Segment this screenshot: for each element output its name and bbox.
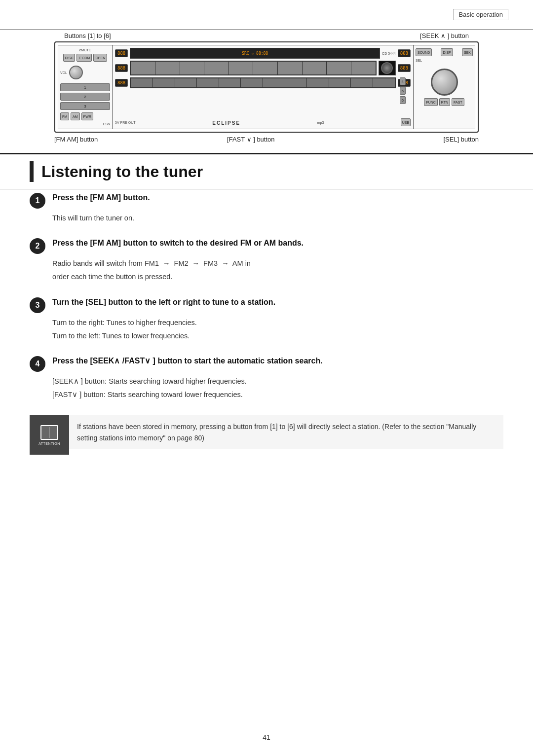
step-4-header: 4 Press the [SEEK∧ /FAST∨ ] button to st… xyxy=(30,356,503,372)
step-1-title: Press the [FM AM] button. xyxy=(52,192,150,203)
step-2-number: 2 xyxy=(30,238,45,254)
header-bar: Basic operation xyxy=(0,0,533,30)
seg-disp-4: 888 xyxy=(398,64,411,72)
seg-disp-2: 888 xyxy=(398,49,411,57)
device-right-panel: SOUND DISP SEK SEL FUNC RTN FAST xyxy=(413,45,475,129)
cd-spinner xyxy=(379,61,396,75)
disc-btn: DISC xyxy=(63,54,76,62)
seg-disp-3: 888 xyxy=(115,64,128,72)
device-center-panel: 888 SRC ☆ 88:88 CD 5444 888 888 xyxy=(113,45,413,129)
section-accent-bar xyxy=(30,161,34,182)
diagram-wrapper: Buttons [1] to [6] [SEEK ∧ ] button cMUT… xyxy=(54,32,479,143)
rtn-btn: RTN xyxy=(439,98,450,106)
step-2-title: Press the [FM AM] button to switch to th… xyxy=(52,238,304,249)
step-4-title: Press the [SEEK∧ /FAST∨ ] button to star… xyxy=(52,356,323,366)
pwr-btn: PWR xyxy=(81,112,93,120)
step-1-header: 1 Press the [FM AM] button. xyxy=(30,192,503,209)
ecom-btn: E·COM xyxy=(76,54,92,62)
brand-label: ECLIPSE xyxy=(212,120,240,126)
step-4: 4 Press the [SEEK∧ /FAST∨ ] button to st… xyxy=(30,356,503,400)
seg-disp-5: 888 xyxy=(115,79,128,87)
bottom-btn-row: 5V PRE OUT ECLIPSE mp3 USB xyxy=(115,118,411,126)
step-3-header: 3 Turn the [SEL] button to the left or r… xyxy=(30,297,503,313)
step-3-number: 3 xyxy=(30,297,45,313)
buttons-label: Buttons [1] to [6] xyxy=(64,32,111,39)
book-icon xyxy=(40,425,58,440)
step-2-line-2: order each time the button is pressed. xyxy=(52,271,503,283)
seek-btn-top: SEK xyxy=(462,48,473,56)
device-left-panel: cMUTE DISC E·COM OPEN VOL 1 2 3 xyxy=(58,45,113,129)
step-1-number: 1 xyxy=(30,193,45,209)
fm-am-label: [FM AM] button xyxy=(54,136,98,143)
am-btn: AM xyxy=(71,112,80,120)
attention-box: ATTENTION If stations have been stored i… xyxy=(30,415,503,455)
btn-3: 3 xyxy=(60,102,110,110)
step-3-body: Turn to the right: Tunes to higher frequ… xyxy=(30,317,503,342)
step-2: 2 Press the [FM AM] button to switch to … xyxy=(30,238,503,283)
right-num-buttons: 4 5 6 xyxy=(400,77,406,104)
sel-knob xyxy=(431,69,458,96)
top-right-btns: SOUND DISP SEK xyxy=(416,48,473,56)
display-row-3: 888 888 xyxy=(115,77,411,88)
section-title-area: Listening to the tuner xyxy=(0,153,533,189)
seg-disp-1: 888 xyxy=(115,49,128,57)
btn-5: 5 xyxy=(400,87,406,95)
step-2-header: 2 Press the [FM AM] button to switch to … xyxy=(30,238,503,254)
attention-icon: ATTENTION xyxy=(30,415,69,455)
steps-area: 1 Press the [FM AM] button. This will tu… xyxy=(30,192,503,455)
sel-label: [SEL] button xyxy=(443,136,479,143)
display-row-2: 888 888 xyxy=(115,61,411,75)
open-btn: OPEN xyxy=(93,54,107,62)
section-label: Basic operation xyxy=(453,9,508,20)
volume-knob xyxy=(69,66,83,79)
step-4-body: [SEEK∧ ] button: Starts searching toward… xyxy=(30,376,503,400)
device-illustration: cMUTE DISC E·COM OPEN VOL 1 2 3 xyxy=(54,41,479,133)
step-3: 3 Turn the [SEL] button to the left or r… xyxy=(30,297,503,342)
attention-text: If stations have been stored in memory, … xyxy=(69,415,503,449)
sound-btn: SOUND xyxy=(416,48,432,56)
btn-4: 4 xyxy=(400,77,406,85)
diagram-bottom-labels: [FM AM] button [FAST ∨ ] button [SEL] bu… xyxy=(54,133,479,143)
bottom-grid xyxy=(130,77,395,88)
spectrum-display xyxy=(130,61,376,75)
attention-label: ATTENTION xyxy=(38,442,60,445)
step-3-title: Turn the [SEL] button to the left or rig… xyxy=(52,297,275,308)
disp-btn: DISP xyxy=(441,48,453,56)
btn-1: 1 xyxy=(60,83,110,91)
top-divider xyxy=(0,30,533,30)
display-row-1: 888 SRC ☆ 88:88 CD 5444 888 xyxy=(115,48,411,59)
main-display: SRC ☆ 88:88 xyxy=(130,48,380,59)
step-3-line-1: Turn to the right: Tunes to higher frequ… xyxy=(52,317,503,328)
func-btn: FUNC xyxy=(424,98,437,106)
step-4-line-2: [FAST∨ ] button: Starts searching toward… xyxy=(52,389,503,400)
device-inner: cMUTE DISC E·COM OPEN VOL 1 2 3 xyxy=(58,45,475,129)
usb-btn: USB xyxy=(401,118,411,126)
step-4-line-1: [SEEK∧ ] button: Starts searching toward… xyxy=(52,376,503,387)
section-title: Listening to the tuner xyxy=(41,163,203,181)
fast-label: [FAST ∨ ] button xyxy=(227,136,274,143)
btn-6: 6 xyxy=(400,96,406,104)
step-3-line-2: Turn to the left: Tunes to lower frequen… xyxy=(52,330,503,342)
diagram-top-labels: Buttons [1] to [6] [SEEK ∧ ] button xyxy=(54,32,479,41)
diagram-section: Buttons [1] to [6] [SEEK ∧ ] button cMUT… xyxy=(30,32,503,143)
step-4-number: 4 xyxy=(30,356,45,372)
step-2-line-1: Radio bands will switch from FM1 → FM2 →… xyxy=(52,258,503,269)
fast-btn: FAST xyxy=(452,98,464,106)
fm-btn: FM xyxy=(60,112,69,120)
bottom-right-btns: FUNC RTN FAST xyxy=(424,98,464,106)
btn-2: 2 xyxy=(60,93,110,101)
seek-label: [SEEK ∧ ] button xyxy=(420,32,469,39)
page-number: 41 xyxy=(263,733,270,741)
step-2-body: Radio bands will switch from FM1 → FM2 →… xyxy=(30,258,503,283)
step-1: 1 Press the [FM AM] button. This will tu… xyxy=(30,192,503,224)
step-1-body: This will turn the tuner on. xyxy=(30,213,503,224)
